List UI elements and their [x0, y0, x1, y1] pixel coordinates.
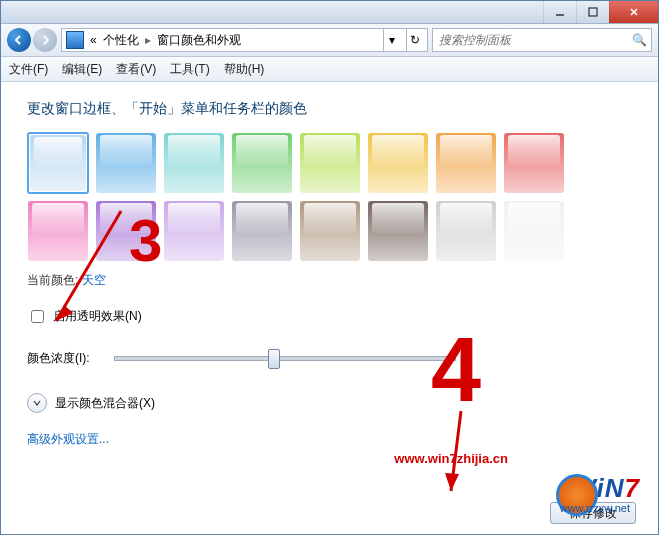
intensity-slider[interactable] [114, 356, 456, 361]
color-swatch[interactable] [367, 200, 429, 262]
color-swatch[interactable] [503, 132, 565, 194]
current-color-value: 天空 [82, 273, 106, 287]
enable-transparency-checkbox[interactable] [31, 310, 44, 323]
menu-edit[interactable]: 编辑(E) [62, 61, 102, 78]
expand-mixer-button[interactable] [27, 393, 47, 413]
monitor-icon [66, 31, 84, 49]
color-swatch[interactable] [231, 132, 293, 194]
menu-help[interactable]: 帮助(H) [224, 61, 265, 78]
search-box[interactable]: 🔍 [432, 28, 652, 52]
navbar: « 个性化 ▸ 窗口颜色和外观 ▾ ↻ 🔍 [1, 24, 658, 57]
color-swatch[interactable] [163, 200, 225, 262]
breadcrumb-item[interactable]: 个性化 [103, 32, 139, 49]
page-heading: 更改窗口边框、「开始」菜单和任务栏的颜色 [27, 100, 632, 118]
color-swatch[interactable] [95, 132, 157, 194]
breadcrumb-item[interactable]: 窗口颜色和外观 [157, 32, 241, 49]
color-swatch[interactable] [163, 132, 225, 194]
advanced-appearance-link[interactable]: 高级外观设置... [27, 431, 632, 448]
color-swatch[interactable] [95, 200, 157, 262]
maximize-button[interactable] [576, 1, 609, 23]
slider-thumb[interactable] [268, 349, 280, 369]
titlebar [1, 1, 658, 24]
enable-transparency-label: 启用透明效果(N) [53, 308, 142, 325]
color-swatch[interactable] [27, 200, 89, 262]
breadcrumb-prefix: « [90, 33, 97, 47]
back-button[interactable] [7, 28, 31, 52]
menu-file[interactable]: 文件(F) [9, 61, 48, 78]
intensity-label: 颜色浓度(I): [27, 350, 90, 367]
breadcrumb[interactable]: « 个性化 ▸ 窗口颜色和外观 ▾ ↻ [61, 28, 428, 52]
color-swatch[interactable] [367, 132, 429, 194]
menu-tools[interactable]: 工具(T) [170, 61, 209, 78]
current-color-row: 当前颜色: 天空 [27, 272, 632, 289]
refresh-button[interactable]: ↻ [406, 29, 423, 51]
breadcrumb-dropdown[interactable]: ▾ [383, 29, 400, 51]
svg-marker-7 [445, 473, 459, 491]
color-swatch[interactable] [503, 200, 565, 262]
close-button[interactable] [609, 1, 658, 23]
color-swatch[interactable] [231, 200, 293, 262]
search-input[interactable] [437, 32, 628, 48]
minimize-button[interactable] [543, 1, 576, 23]
menubar: 文件(F) 编辑(E) 查看(V) 工具(T) 帮助(H) [1, 57, 658, 82]
color-swatch[interactable] [299, 132, 361, 194]
color-swatch[interactable] [299, 200, 361, 262]
svg-rect-1 [589, 8, 597, 16]
color-swatch[interactable] [435, 132, 497, 194]
menu-view[interactable]: 查看(V) [116, 61, 156, 78]
current-color-label: 当前颜色: [27, 273, 78, 287]
watermark-site: www.rrzxw.net [560, 502, 630, 514]
color-swatch-grid [27, 132, 632, 262]
color-swatch[interactable] [435, 200, 497, 262]
search-icon: 🔍 [632, 33, 647, 47]
watermark-url: www.win7zhijia.cn [394, 451, 508, 466]
forward-button[interactable] [33, 28, 57, 52]
chevron-right-icon: ▸ [145, 33, 151, 47]
mixer-label: 显示颜色混合器(X) [55, 395, 155, 412]
color-swatch[interactable] [27, 132, 89, 194]
